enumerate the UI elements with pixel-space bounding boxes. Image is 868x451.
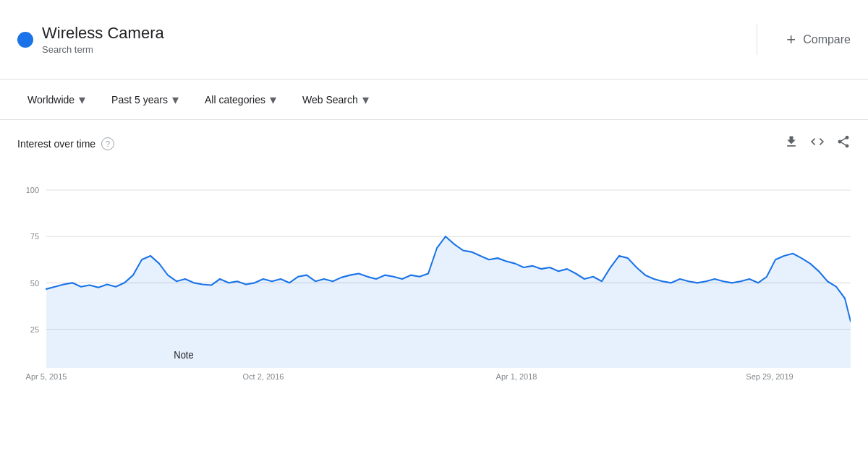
search-term-dot [17,32,33,48]
svg-text:Oct 2, 2016: Oct 2, 2016 [243,372,284,381]
chart-container: 100 75 50 25 Note Apr 5, 2015 Oct 2, 201… [17,167,851,391]
svg-text:Apr 1, 2018: Apr 1, 2018 [496,372,537,381]
search-type-chevron-icon: ▾ [362,92,369,108]
main-content: Interest over time ? 100 75 50 [0,120,868,398]
categories-chevron-icon: ▾ [270,92,276,108]
term-text: Wireless Camera Search term [42,24,164,55]
worldwide-chevron-icon: ▾ [79,92,85,108]
share-icon[interactable] [836,134,851,153]
filter-bar: Worldwide ▾ Past 5 years ▾ All categorie… [0,80,868,120]
svg-text:50: 50 [30,278,39,287]
search-term-block: Wireless Camera Search term [17,24,757,55]
period-chevron-icon: ▾ [172,92,179,108]
section-header: Interest over time ? [17,134,851,153]
search-type-filter[interactable]: Web Search ▾ [292,86,379,113]
interest-chart: 100 75 50 25 Note Apr 5, 2015 Oct 2, 201… [17,167,851,391]
download-icon[interactable] [784,134,799,153]
section-title-group: Interest over time ? [17,137,114,150]
search-term-subtitle: Search term [42,44,164,55]
svg-text:100: 100 [26,186,39,194]
compare-plus-icon: + [786,30,796,49]
header: Wireless Camera Search term + Compare [0,0,868,80]
svg-text:75: 75 [30,232,39,241]
worldwide-filter[interactable]: Worldwide ▾ [17,86,95,113]
compare-label: Compare [803,33,851,46]
section-actions [784,134,851,153]
search-term-title: Wireless Camera [42,24,164,43]
section-title: Interest over time [17,138,95,150]
search-type-label: Web Search [302,94,358,106]
period-filter[interactable]: Past 5 years ▾ [101,86,189,113]
svg-marker-8 [46,236,851,368]
svg-text:25: 25 [30,325,39,333]
categories-filter[interactable]: All categories ▾ [195,86,286,113]
svg-text:Apr 5, 2015: Apr 5, 2015 [26,372,67,381]
categories-label: All categories [205,94,265,106]
help-icon[interactable]: ? [101,137,114,150]
compare-button[interactable]: + Compare [757,30,851,49]
embed-icon[interactable] [810,134,825,153]
svg-text:Note: Note [174,350,193,361]
svg-text:Sep 29, 2019: Sep 29, 2019 [746,372,793,381]
worldwide-label: Worldwide [27,94,75,106]
period-label: Past 5 years [111,94,168,106]
